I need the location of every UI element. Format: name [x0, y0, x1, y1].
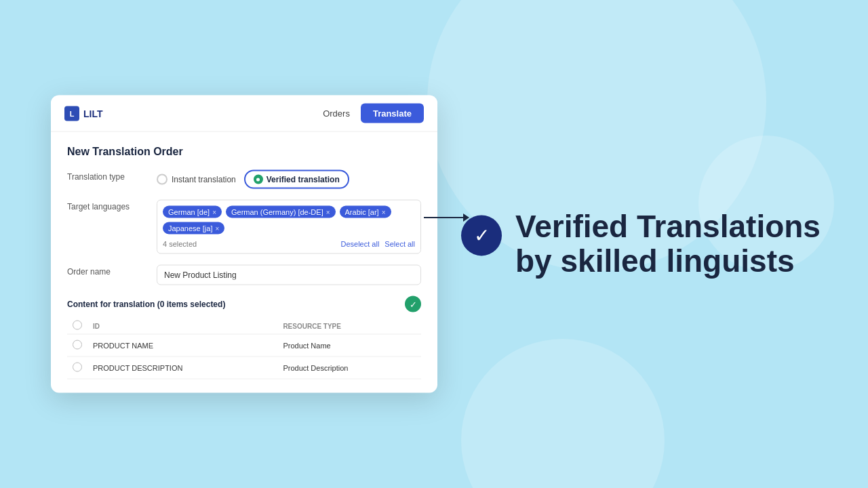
tags-actions: Deselect all Select all: [341, 240, 416, 248]
right-panel: ✓ Verified Translations by skilled lingu…: [461, 209, 841, 278]
content-section: Content for translation (0 items selecte…: [67, 296, 421, 380]
tags-count: 4 selected: [163, 240, 197, 248]
order-name-row: Order name: [67, 265, 421, 285]
tag-japanese-close[interactable]: ×: [215, 224, 219, 232]
instant-radio[interactable]: [157, 174, 167, 185]
verified-radio: [254, 175, 263, 184]
header-checkbox[interactable]: [73, 321, 82, 330]
card-body: New Translation Order Translation type I…: [51, 132, 437, 393]
table-row[interactable]: PRODUCT DESCRIPTION Product Description: [67, 357, 421, 379]
logo: L LILT: [64, 106, 103, 121]
tag-german-close[interactable]: ×: [212, 208, 216, 216]
tag-german-de-text: German (Germany) [de-DE]: [231, 208, 323, 216]
order-name-label: Order name: [67, 265, 149, 277]
deselect-all-link[interactable]: Deselect all: [341, 240, 380, 248]
content-title: Content for translation (0 items selecte…: [67, 300, 225, 309]
tag-arabic-text: Arabic [ar]: [345, 208, 379, 216]
logo-icon-text: L: [70, 109, 75, 117]
select-all-link[interactable]: Select all: [384, 240, 415, 248]
tags-row: German [de] × German (Germany) [de-DE] ×…: [163, 206, 415, 235]
content-check-icon: ✓: [405, 296, 421, 312]
nav-right: Orders Translate: [323, 104, 424, 123]
row-2-id: PRODUCT DESCRIPTION: [87, 357, 277, 379]
col-resource-type: RESOURCE TYPE: [277, 318, 421, 335]
instant-label: Instant translation: [172, 175, 236, 184]
target-languages-row: Target languages German [de] × German (G…: [67, 200, 421, 254]
tags-footer: 4 selected Deselect all Select all: [163, 240, 415, 248]
bg-decoration-2: [461, 339, 665, 488]
translation-type-row: Translation type Instant translation Ver…: [67, 170, 421, 189]
logo-box: L: [64, 106, 79, 121]
verified-badge-icon: ✓: [461, 215, 502, 256]
logo-wordmark: LILT: [83, 108, 103, 119]
row-1-resource-type: Product Name: [277, 334, 421, 357]
target-languages-label: Target languages: [67, 200, 149, 211]
table-header-row: ID RESOURCE TYPE: [67, 318, 421, 335]
order-name-input[interactable]: [157, 265, 421, 285]
tag-arabic-close[interactable]: ×: [382, 208, 386, 216]
row-2-checkbox[interactable]: [73, 363, 82, 372]
col-id: ID: [87, 318, 277, 335]
table-row[interactable]: PRODUCT NAME Product Name: [67, 334, 421, 357]
instant-translation-option[interactable]: Instant translation: [157, 174, 236, 185]
headline-block: Verified Translations by skilled linguis…: [515, 209, 821, 278]
translation-type-options: Instant translation Verified translation: [157, 170, 421, 189]
nav-bar: L LILT Orders Translate: [51, 96, 437, 132]
tag-german[interactable]: German [de] ×: [163, 206, 222, 218]
headline-line2: by skilled linguists: [515, 244, 821, 279]
row-checkbox-cell: [67, 334, 87, 357]
tag-german-de[interactable]: German (Germany) [de-DE] ×: [226, 206, 336, 218]
content-table: ID RESOURCE TYPE PRODUCT NAME Product Na…: [67, 318, 421, 380]
row-2-resource-type: Product Description: [277, 357, 421, 379]
main-card-panel: L LILT Orders Translate New Translation …: [51, 96, 451, 393]
tags-area[interactable]: German [de] × German (Germany) [de-DE] ×…: [157, 200, 421, 254]
row-1-id: PRODUCT NAME: [87, 334, 277, 357]
translate-button[interactable]: Translate: [361, 104, 424, 123]
content-header: Content for translation (0 items selecte…: [67, 296, 421, 312]
tag-japanese-text: Japanese [ja]: [168, 224, 212, 232]
order-name-content: [157, 265, 421, 285]
tag-german-text: German [de]: [168, 208, 210, 216]
right-content: ✓ Verified Translations by skilled lingu…: [461, 209, 841, 278]
nav-orders-link[interactable]: Orders: [323, 108, 350, 119]
row-1-checkbox[interactable]: [73, 340, 82, 350]
headline-line1: Verified Translations: [515, 209, 821, 244]
row-checkbox-cell: [67, 357, 87, 379]
verified-translation-pill[interactable]: Verified translation: [244, 170, 349, 189]
target-languages-content: German [de] × German (Germany) [de-DE] ×…: [157, 200, 421, 254]
tag-german-de-close[interactable]: ×: [326, 208, 330, 216]
card-title: New Translation Order: [67, 146, 421, 158]
translation-order-card: L LILT Orders Translate New Translation …: [51, 96, 437, 393]
translation-type-label: Translation type: [67, 170, 149, 182]
verified-label: Verified translation: [267, 175, 340, 184]
arrow-shaft: [424, 217, 463, 218]
col-checkbox: [67, 318, 87, 335]
tag-japanese[interactable]: Japanese [ja] ×: [163, 222, 224, 235]
tag-arabic[interactable]: Arabic [ar] ×: [340, 206, 391, 218]
